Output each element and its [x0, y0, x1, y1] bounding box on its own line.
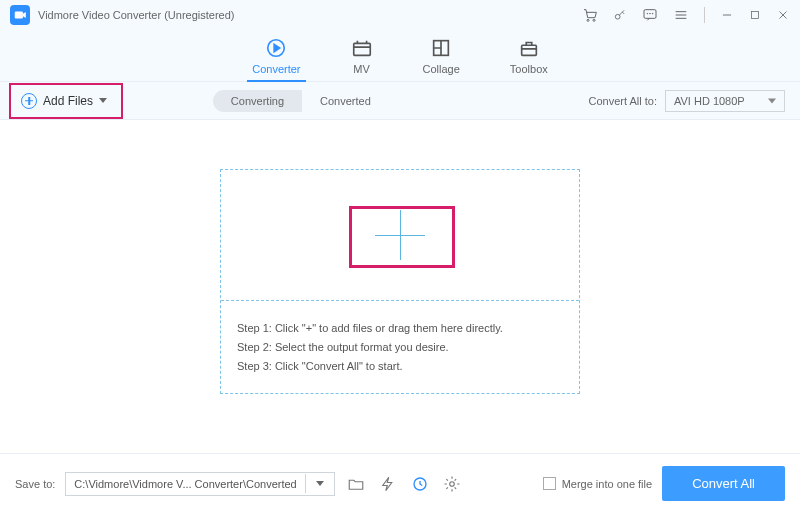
hardware-accel-off-icon[interactable]: [377, 473, 399, 495]
converting-tab[interactable]: Converting: [213, 90, 302, 112]
save-path-select[interactable]: C:\Vidmore\Vidmore V... Converter\Conver…: [65, 472, 334, 496]
drop-zone: Step 1: Click "+" to add files or drag t…: [220, 169, 580, 394]
toolbar: Add Files Converting Converted Convert A…: [0, 82, 800, 120]
tab-converter[interactable]: Converter: [252, 37, 300, 81]
converter-icon: [265, 37, 287, 59]
svg-point-1: [587, 19, 589, 21]
key-icon[interactable]: [613, 8, 627, 22]
chevron-down-icon[interactable]: [305, 474, 334, 493]
tab-toolbox[interactable]: Toolbox: [510, 37, 548, 81]
svg-rect-0: [15, 12, 23, 19]
close-icon[interactable]: [776, 8, 790, 22]
svg-point-2: [593, 19, 595, 21]
merge-checkbox[interactable]: Merge into one file: [543, 477, 653, 490]
tab-collage[interactable]: Collage: [423, 37, 460, 81]
instructions: Step 1: Click "+" to add files or drag t…: [221, 300, 579, 393]
app-title: Vidmore Video Converter (Unregistered): [38, 9, 234, 21]
add-files-plus-icon[interactable]: [375, 210, 425, 260]
add-files-button[interactable]: Add Files: [15, 89, 113, 113]
titlebar: Vidmore Video Converter (Unregistered): [0, 0, 800, 30]
settings-icon[interactable]: [441, 473, 463, 495]
step-2: Step 2: Select the output format you des…: [237, 341, 563, 353]
open-folder-icon[interactable]: [345, 473, 367, 495]
svg-rect-8: [752, 12, 759, 19]
save-to-label: Save to:: [15, 478, 55, 490]
svg-point-14: [449, 481, 454, 486]
plus-icon: [21, 93, 37, 109]
svg-rect-10: [353, 43, 370, 55]
high-speed-on-icon[interactable]: [409, 473, 431, 495]
feedback-icon[interactable]: [642, 7, 658, 23]
separator: [704, 7, 705, 23]
minimize-icon[interactable]: [720, 8, 734, 22]
svg-point-5: [647, 13, 648, 14]
status-segment: Converting Converted: [213, 90, 389, 112]
mv-icon: [351, 37, 373, 59]
collage-icon: [430, 37, 452, 59]
converted-tab[interactable]: Converted: [302, 90, 389, 112]
output-format-select[interactable]: AVI HD 1080P: [665, 90, 785, 112]
step-1: Step 1: Click "+" to add files or drag t…: [237, 322, 563, 334]
svg-point-7: [652, 13, 653, 14]
step-3: Step 3: Click "Convert All" to start.: [237, 360, 563, 372]
convert-all-to-label: Convert All to:: [588, 95, 656, 107]
svg-point-3: [615, 14, 620, 19]
tab-mv[interactable]: MV: [351, 37, 373, 81]
maximize-icon[interactable]: [749, 9, 761, 21]
convert-all-button[interactable]: Convert All: [662, 466, 785, 501]
main-area: Step 1: Click "+" to add files or drag t…: [0, 120, 800, 443]
tabbar: Converter MV Collage Toolbox: [0, 30, 800, 82]
checkbox-icon[interactable]: [543, 477, 556, 490]
toolbox-icon: [518, 37, 540, 59]
footer: Save to: C:\Vidmore\Vidmore V... Convert…: [0, 453, 800, 513]
app-logo: [10, 5, 30, 25]
menu-icon[interactable]: [673, 7, 689, 23]
svg-point-6: [650, 13, 651, 14]
chevron-down-icon: [99, 98, 107, 103]
cart-icon[interactable]: [582, 7, 598, 23]
svg-rect-12: [521, 45, 536, 55]
drop-area[interactable]: [221, 170, 579, 300]
